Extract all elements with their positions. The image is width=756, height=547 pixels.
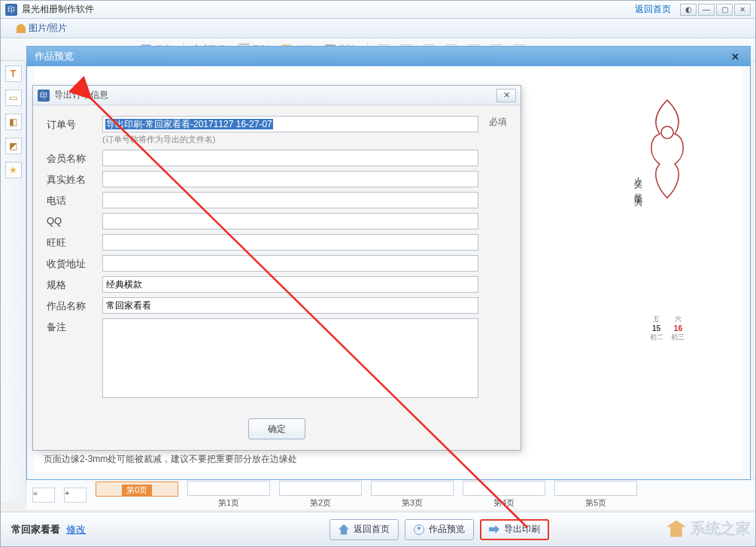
page-thumb-4[interactable]: 第4页: [463, 481, 545, 509]
thumb-add[interactable]: +: [64, 488, 87, 503]
status-export-button[interactable]: 导出印刷: [480, 519, 549, 540]
input-wangwang[interactable]: [102, 234, 478, 251]
preview-hint: 页面边缘2-3mm处可能被裁减，建议不要把重要部分放在边缘处: [44, 453, 297, 466]
input-address[interactable]: [102, 255, 478, 272]
label-order-no: 订单号: [47, 116, 102, 132]
favorite-tool[interactable]: ★: [5, 162, 22, 178]
page-thumb-5[interactable]: 第5页: [554, 481, 637, 509]
label-workname: 作品名称: [47, 297, 102, 313]
close-button[interactable]: ✕: [734, 4, 751, 16]
label-address: 收货地址: [47, 255, 102, 271]
status-preview-button[interactable]: 作品预览: [405, 519, 474, 540]
preview-title: 作品预览: [35, 50, 74, 63]
tab-photo[interactable]: 图片/照片: [7, 18, 77, 38]
export-dialog: 印 导出订单信息 ✕ 订单号 导出印刷-常回家看看-20171127 16-27…: [32, 85, 521, 451]
preview-calendar: 五15初二 六16初三: [645, 315, 690, 342]
tool-1[interactable]: ▭: [5, 90, 22, 106]
page-thumb-1[interactable]: 第1页: [187, 481, 270, 509]
app-icon: 印: [38, 90, 50, 102]
preview-close-button[interactable]: ✕: [727, 50, 742, 63]
label-qq: QQ: [47, 213, 102, 226]
skin-button[interactable]: ◐: [680, 4, 697, 16]
input-member[interactable]: [102, 150, 478, 166]
tool-2[interactable]: ◧: [5, 114, 22, 130]
label-remark: 备注: [47, 318, 102, 334]
ribbon-tabs: 图片/照片: [1, 19, 755, 38]
input-remark[interactable]: [102, 318, 478, 398]
preview-titlebar: 作品预览 ✕: [27, 47, 750, 66]
export-dialog-body: 订单号 导出印刷-常回家看看-20171127 16-27-07 (订单号称将作…: [33, 105, 521, 412]
home-link[interactable]: 返回首页: [635, 3, 671, 16]
page-thumb-3[interactable]: 第3页: [371, 481, 454, 509]
page-thumb-0[interactable]: 第0页: [96, 482, 178, 508]
hint-order-no: (订单号称将作为导出的文件名): [102, 134, 483, 145]
input-order-no-value: 导出印刷-常回家看看-20171127 16-27-07: [105, 119, 273, 129]
input-spec[interactable]: [102, 276, 478, 293]
left-tool-strip: T ▭ ◧ ◩ ★: [1, 62, 26, 501]
tab-photo-label: 图片/照片: [29, 22, 67, 35]
eye-icon: [414, 524, 424, 535]
maximize-button[interactable]: ▢: [716, 4, 733, 16]
modify-link[interactable]: 修改: [66, 523, 86, 536]
export-icon: [489, 524, 499, 535]
page-thumb-strip: « + 第0页 第1页 第2页 第3页 第4页 第5页: [26, 479, 755, 509]
app-title: 晨光相册制作软件: [22, 3, 94, 16]
export-dialog-titlebar: 印 导出订单信息 ✕: [33, 86, 521, 105]
minimize-button[interactable]: —: [698, 4, 715, 16]
status-workname: 常回家看看: [11, 523, 60, 536]
preview-side-text: 次 父 ， 然 病 大: [631, 172, 645, 191]
label-member: 会员名称: [47, 150, 102, 166]
preview-ornament: [645, 96, 697, 217]
label-spec: 规格: [47, 276, 102, 292]
person-icon: [17, 24, 26, 33]
status-bar: 常回家看看 修改 返回首页 作品预览 导出印刷: [1, 512, 755, 546]
input-phone[interactable]: [102, 192, 478, 208]
page-thumb-2[interactable]: 第2页: [279, 481, 362, 509]
thumb-nav-left[interactable]: «: [32, 488, 55, 503]
label-realname: 真实姓名: [47, 171, 102, 187]
export-dialog-close[interactable]: ✕: [496, 89, 516, 102]
required-badge: 必填: [489, 116, 507, 129]
app-window: 印 晨光相册制作软件 返回首页 ◐ — ▢ ✕ 图片/照片 保存 剪切 复制 粘…: [0, 0, 756, 547]
input-workname[interactable]: [102, 297, 478, 314]
input-qq[interactable]: [102, 213, 478, 229]
status-back-button[interactable]: 返回首页: [329, 519, 399, 540]
app-icon: 印: [5, 4, 17, 16]
ok-button[interactable]: 确定: [248, 418, 305, 439]
text-tool[interactable]: T: [5, 65, 22, 82]
tool-3[interactable]: ◩: [5, 138, 22, 154]
home-icon: [339, 524, 349, 535]
export-dialog-title: 导出订单信息: [54, 89, 108, 102]
input-realname[interactable]: [102, 171, 478, 187]
titlebar: 印 晨光相册制作软件 返回首页 ◐ — ▢ ✕: [1, 1, 755, 19]
label-wangwang: 旺旺: [47, 234, 102, 250]
label-phone: 电话: [47, 192, 102, 208]
